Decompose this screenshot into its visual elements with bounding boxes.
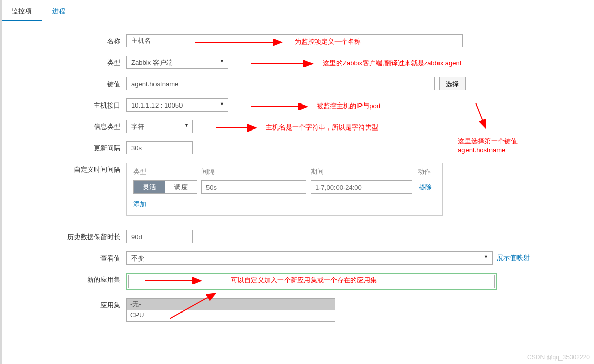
custom-period-input[interactable] [311,180,412,194]
toggle-group: 灵活 调度 [133,180,197,194]
annotation-host: 被监控主机的IP与port [317,101,381,111]
row-host: 主机接口 10.1.1.12 : 10050 被监控主机的IP与port [2,98,594,112]
toggle-sched[interactable]: 调度 [165,181,197,193]
arrow-icon [251,60,318,67]
label-history: 历史数据保留时长 [2,230,126,242]
custom-header: 类型 间隔 期间 动作 [127,163,442,179]
annotation-name: 为监控项定义一个名称 [295,37,361,46]
label-view: 查看值 [2,251,126,263]
annotation-info: 主机名是一个字符串，所以是字符类型 [266,123,378,132]
info-select[interactable]: 字符 [126,120,193,133]
toggle-flex[interactable]: 灵活 [134,181,165,193]
host-select[interactable]: 10.1.1.12 : 10050 [126,98,228,112]
row-app: 应用集 -无- CPU [2,298,594,322]
row-view: 查看值 不变 展示值映射 [2,251,594,265]
label-host: 主机接口 [2,98,126,110]
custom-interval-box: 类型 间隔 期间 动作 灵活 调度 移除 添加 [126,163,443,216]
add-link[interactable]: 添加 [133,200,146,209]
row-type: 类型 Zabbix 客户端 这里的Zabbix客户端,翻译过来就是zabbix … [2,56,594,69]
row-custom: 自定义时间间隔 类型 间隔 期间 动作 灵活 调度 移除 [2,163,594,216]
custom-interval-input[interactable] [201,180,306,194]
view-select[interactable]: 不变 [126,251,493,265]
header-period: 期间 [311,167,418,176]
row-name: 名称 为监控项定义一个名称 [2,34,594,47]
tab-process[interactable]: 进程 [42,3,75,21]
row-info: 信息类型 字符 主机名是一个字符串，所以是字符类型 [2,120,594,133]
label-app: 应用集 [2,298,126,310]
arrow-icon [251,103,313,110]
tab-bar: 监控项 进程 [2,3,594,21]
row-key: 键值 选择 [2,77,594,90]
annotation-type: 这里的Zabbix客户端,翻译过来就是zabbix agent [323,59,461,68]
watermark: CSDN @qq_35302220 [527,354,590,361]
list-item[interactable]: CPU [127,310,335,320]
annotation-select: 这里选择第一个键值agent.hostname [458,137,539,155]
annotation-newapp: 可以自定义加入一个新应用集或一个存在的应用集 [231,276,377,285]
header-action: 动作 [418,167,431,176]
arrow-icon [216,124,262,132]
label-newapp: 新的应用集 [2,273,126,284]
history-input[interactable] [126,230,193,243]
select-button[interactable]: 选择 [439,77,466,90]
type-select[interactable]: Zabbix 客户端 [126,56,228,69]
update-input[interactable] [126,141,193,154]
header-interval: 间隔 [201,167,311,176]
label-update: 更新间隔 [2,141,126,153]
label-key: 键值 [2,77,126,89]
remove-link[interactable]: 移除 [419,183,432,192]
header-type: 类型 [133,167,201,176]
list-item[interactable]: -无- [127,299,335,310]
label-info: 信息类型 [2,120,126,132]
key-input[interactable] [126,77,435,90]
label-type: 类型 [2,56,126,67]
label-name: 名称 [2,34,126,46]
app-listbox[interactable]: -无- CPU [126,298,335,322]
label-custom: 自定义时间间隔 [2,163,126,174]
row-history: 历史数据保留时长 [2,230,594,243]
page-container: 监控项 进程 名称 为监控项定义一个名称 类型 Zabbix 客户端 这里的Za… [0,0,594,364]
tab-monitor[interactable]: 监控项 [2,3,42,21]
row-newapp: 新的应用集 可以自定义加入一个新应用集或一个存在的应用集 [2,273,594,290]
view-map-link[interactable]: 展示值映射 [497,253,530,263]
custom-row: 灵活 调度 移除 [127,179,442,195]
